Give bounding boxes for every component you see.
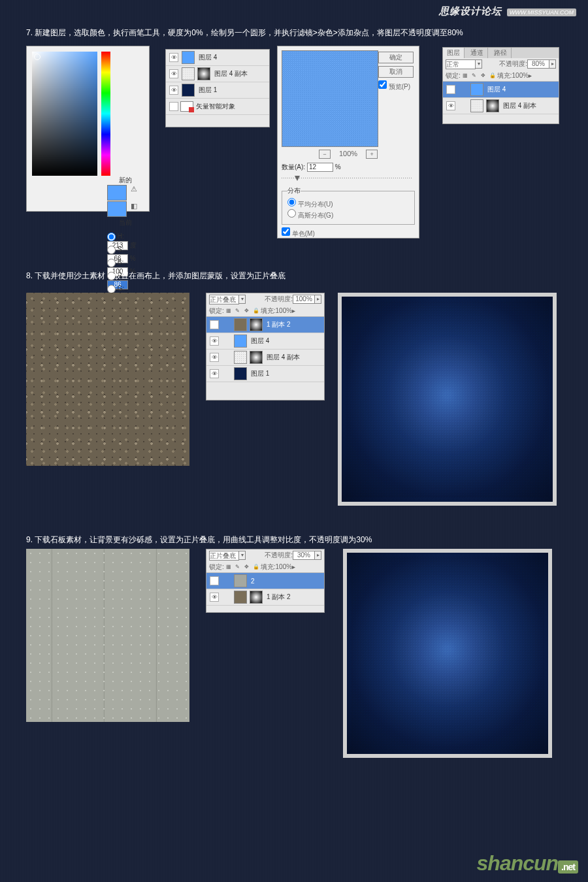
lock-move-icon[interactable]: ✥	[480, 73, 487, 79]
fill-input[interactable]: 100%	[276, 563, 293, 570]
layer-row[interactable]: 👁 图层 4 副本	[206, 350, 324, 366]
result-image-s8	[338, 293, 557, 506]
b-radio[interactable]	[107, 259, 116, 267]
layer-row[interactable]: 👁 图层 4 副本	[443, 98, 559, 114]
fill-input[interactable]: 100%	[512, 72, 529, 79]
fill-label: 填充:	[497, 71, 512, 80]
opacity-input[interactable]: 80%	[527, 59, 549, 69]
uniform-radio[interactable]: 平均分布(U)	[287, 198, 409, 209]
layer-row[interactable]: 矢量智能对象	[166, 99, 269, 115]
hue-slider[interactable]	[101, 52, 110, 176]
layer-row[interactable]: 👁 图层 4 副本	[166, 66, 269, 82]
lock-move-icon[interactable]: ✥	[244, 308, 250, 314]
layer-row[interactable]: 👁 2	[206, 573, 324, 589]
blend-mode-select[interactable]: 正片叠底	[209, 551, 239, 561]
ok-button[interactable]: 确定	[378, 52, 414, 63]
dropdown-arrow-icon[interactable]: ▸	[292, 563, 295, 570]
layer-row[interactable]: 👁 1 副本 2	[206, 589, 324, 606]
dropdown-arrow-icon[interactable]: ▾	[239, 295, 246, 304]
eye-icon[interactable]: 👁	[169, 53, 178, 62]
opacity-input[interactable]: 30%	[293, 551, 315, 560]
link-icon[interactable]	[223, 337, 231, 345]
layer-row[interactable]: 👁 图层 1	[206, 366, 324, 382]
link-icon[interactable]	[459, 102, 467, 110]
eye-icon[interactable]: 👁	[446, 101, 455, 110]
amount-slider[interactable]	[282, 176, 412, 180]
amount-input[interactable]: 12	[307, 163, 333, 172]
eye-icon[interactable]: 👁	[210, 320, 219, 329]
lock-label: 锁定:	[209, 306, 224, 316]
blend-mode-select[interactable]: 正常	[446, 59, 476, 69]
blend-mode-select[interactable]: 正片叠底	[209, 295, 239, 304]
layer-row[interactable]: 👁 图层 4	[206, 333, 324, 350]
opacity-input[interactable]: 100%	[293, 295, 315, 304]
lock-all-icon[interactable]: 🔒	[253, 564, 259, 570]
layer-row[interactable]: 👁 1 副本 2	[206, 317, 324, 333]
tab-channels[interactable]: 通道	[466, 48, 488, 58]
color-field[interactable]	[32, 52, 97, 176]
dropdown-arrow-icon[interactable]: ▸	[292, 307, 295, 314]
layer-thumb	[182, 51, 195, 64]
mono-checkbox[interactable]: 单色(M)	[282, 227, 415, 238]
cancel-button[interactable]: 取消	[378, 66, 414, 78]
link-icon[interactable]	[459, 86, 467, 93]
gaussian-radio[interactable]: 高斯分布(G)	[287, 209, 409, 220]
lock-pixels-icon[interactable]: ▦	[462, 73, 468, 79]
dropdown-arrow-icon[interactable]: ▸	[315, 295, 321, 304]
lock-brush-icon[interactable]: ✎	[471, 73, 478, 79]
layer-thumb	[234, 335, 247, 348]
layer-row[interactable]: 👁 图层 4	[166, 50, 269, 66]
eye-icon[interactable]: 👁	[210, 593, 219, 602]
fill-input[interactable]: 100%	[276, 307, 293, 314]
dropdown-arrow-icon[interactable]: ▸	[315, 551, 321, 560]
mask-thumb	[250, 318, 263, 331]
h-radio[interactable]	[107, 233, 116, 241]
eye-icon[interactable]: 👁	[210, 369, 219, 378]
layer-row[interactable]: 👁 图层 4	[443, 82, 559, 98]
layer-name: 1 副本 2	[267, 320, 291, 329]
new-color-swatch	[107, 185, 127, 201]
tab-layers[interactable]: 图层	[443, 48, 465, 58]
distribution-group: 分布 平均分布(U) 高斯分布(G)	[282, 186, 415, 225]
fill-label: 填充:	[261, 306, 276, 316]
distribution-legend: 分布	[287, 186, 301, 195]
lock-brush-icon[interactable]: ✎	[235, 564, 241, 570]
dropdown-arrow-icon[interactable]: ▸	[549, 59, 556, 69]
link-icon[interactable]	[223, 353, 231, 361]
mask-thumb	[250, 591, 263, 604]
link-icon[interactable]	[223, 577, 231, 585]
fill-label: 填充:	[261, 563, 276, 572]
layer-name: 图层 4	[199, 53, 217, 62]
lock-pixels-icon[interactable]: ▦	[225, 308, 232, 314]
dropdown-arrow-icon[interactable]: ▾	[476, 59, 482, 69]
lock-move-icon[interactable]: ✥	[244, 564, 250, 570]
preview-checkbox[interactable]: 预览(P)	[378, 80, 414, 91]
eye-icon[interactable]: 👁	[210, 336, 219, 346]
link-icon[interactable]	[223, 370, 231, 378]
eye-icon[interactable]: 👁	[169, 69, 178, 78]
link-icon[interactable]	[223, 593, 231, 601]
lock-all-icon[interactable]: 🔒	[253, 308, 259, 314]
layer-row[interactable]: 👁 图层 1	[166, 82, 269, 99]
warning-icon[interactable]: ⚠	[131, 185, 137, 193]
h-row: H: 213 度	[107, 233, 144, 244]
eye-icon[interactable]: 👁	[169, 86, 178, 95]
eye-icon[interactable]: 👁	[210, 576, 219, 585]
dirt-texture-image	[26, 293, 189, 466]
link-icon[interactable]	[223, 321, 231, 329]
dropdown-arrow-icon[interactable]: ▾	[239, 551, 246, 560]
eye-icon[interactable]: 👁	[446, 85, 455, 94]
dropdown-arrow-icon[interactable]: ▸	[529, 72, 532, 79]
mask-thumb	[197, 67, 210, 80]
tab-paths[interactable]: 路径	[490, 48, 512, 58]
lock-all-icon[interactable]: 🔒	[489, 73, 496, 79]
eye-icon[interactable]	[169, 102, 178, 111]
zoom-out-button[interactable]: −	[319, 150, 331, 159]
cube-icon[interactable]: ◧	[131, 202, 137, 210]
eye-icon[interactable]: 👁	[210, 353, 219, 362]
s-radio[interactable]	[107, 246, 116, 254]
lock-brush-icon[interactable]: ✎	[235, 308, 241, 314]
step-9-text: 9. 下载石板素材，让背景更有沙砾感，设置为正片叠底，用曲线工具调整对比度，不透…	[26, 534, 562, 546]
lock-pixels-icon[interactable]: ▦	[225, 564, 232, 570]
zoom-in-button[interactable]: +	[366, 150, 378, 159]
